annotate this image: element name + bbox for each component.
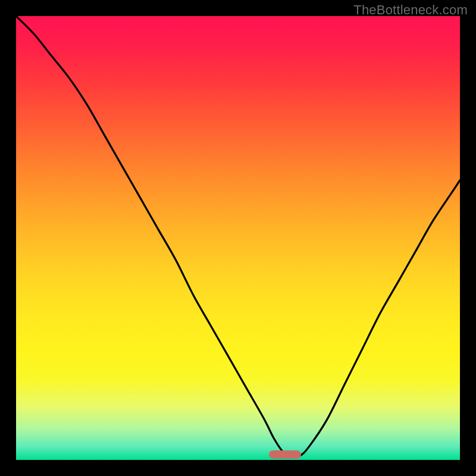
plot-area <box>16 16 460 460</box>
chart-frame: TheBottleneck.com <box>0 0 476 476</box>
curve-path <box>16 16 460 456</box>
optimal-marker <box>269 450 301 459</box>
watermark-text: TheBottleneck.com <box>353 2 468 18</box>
bottleneck-curve <box>16 16 460 460</box>
